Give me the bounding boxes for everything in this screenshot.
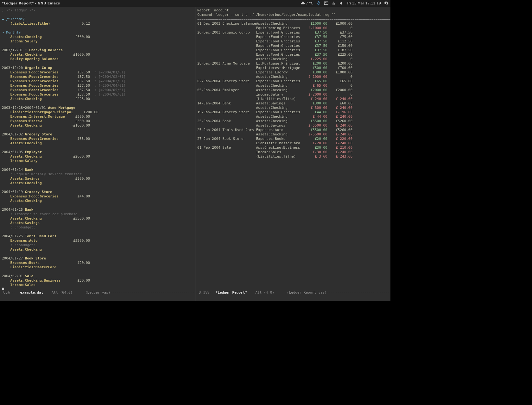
ledger-line[interactable]: Assets:Checking [2,199,193,203]
report-line: 25-Jan-2004 Bank Assets:Checking £5500.0… [197,119,389,123]
ledger-line[interactable]: Assets:Checking -£225.00 [2,97,193,101]
ledger-line[interactable] [2,270,193,274]
ledger-line[interactable]: 2003/12/01 * Checking balance [2,48,193,53]
ledger-line[interactable]: ~ Monthly [2,30,193,35]
ledger-line[interactable]: Assets:Savings [2,221,193,225]
ledger-line[interactable]: Assets:Checking:Business £30.00 [2,278,193,283]
ledger-line[interactable]: 2004/01/27 Book Store [2,256,193,261]
desktop-top-panel: *Ledger Report* - GNU Emacs 7 °C Fri 15 … [0,0,390,7]
minibuffer[interactable] [0,295,195,301]
clock[interactable]: Fri 15 Mar 17:11:19 [347,1,381,6]
ledger-report-buffer[interactable]: Report: accountCommand: ledger --sort d … [195,7,390,160]
ledger-line[interactable]: Assets:Checking [2,247,193,252]
ledger-line[interactable]: ; Transfer to cover car purchase [2,212,193,216]
ledger-line[interactable] [2,185,193,190]
minibuffer-right [195,295,390,301]
ledger-line[interactable]: Expenses:Food:Groceries £37.50 ; [=2004/… [2,92,193,97]
ledger-line[interactable]: 2004/01/25 Bank [2,208,193,212]
ledger-line[interactable]: 2004/01/14 Bank [2,168,193,172]
report-line: Expenses:Escrow £300.00 £1000.00 [197,70,389,75]
refresh-icon[interactable] [316,1,321,5]
ledger-line[interactable]: Equity:Opening Balances [2,57,193,61]
ledger-line[interactable]: Income:Sales [2,283,193,287]
report-line: 19-Jan-2004 Grocery Store Expens:Food:Gr… [197,110,389,115]
ledger-line[interactable]: Expenses:Food:Groceries £37.50 ; [=2004/… [2,70,193,75]
ledger-line[interactable]: Assets:Checking £2000.00 [2,154,193,159]
report-line: Expens:Food:Groceries £37.50 £112.50 [197,39,389,44]
weather-indicator[interactable]: 7 °C [301,1,314,6]
ledger-line[interactable]: Expenses:Food:Groceries £37.50 ; [=2004/… [2,84,193,88]
ledger-line[interactable]: Assets:Checking £500.00 [2,35,193,39]
settings-gear-icon[interactable] [384,1,389,5]
report-line: Expens:Food:Groceries £37.50 £150.00 [197,44,389,48]
ledger-line[interactable] [2,252,193,256]
ledger-line[interactable]: (Liabilities:Tithe) 0.12 [2,22,193,26]
ledger-line[interactable] [2,146,193,150]
ledger-line[interactable] [2,13,193,17]
ledger-line[interactable]: Assets:Checking [2,141,193,146]
ledger-line[interactable]: Expenses:Food:Groceries £65.00 [2,137,193,141]
report-line: Assets:Checking £-44.00 £-240.00 [197,115,389,119]
report-line: Assets:Checking £-225.00 0 [197,57,389,61]
report-line: Income:Salary £-2000.00 0 [197,92,389,97]
ledger-line[interactable]: ; :nobudget: [2,243,193,247]
report-line: Assets:Checking £-1000.00 0 [197,75,389,79]
ledger-line[interactable] [2,163,193,168]
ledger-line[interactable]: Expenses:Food:Groceries £44.00 [2,194,193,199]
right-pane[interactable]: Report: accountCommand: ledger --sort d … [195,7,390,301]
ledger-line[interactable]: Income:Salary [2,159,193,163]
ledger-line[interactable]: Assets:Checking £5500.00 [2,216,193,221]
report-line: 27-Jan-2004 Book Store Expenses:Books £2… [197,137,389,141]
report-line: Assets:Checking £-65.00 0 [197,84,389,88]
network-icon[interactable] [332,1,336,5]
ledger-line[interactable] [2,44,193,48]
ledger-line[interactable]: Expenses:Food:Groceries £37.50 ; [=2004/… [2,88,193,92]
ledger-line[interactable]: Assets:Savings £300.00 [2,177,193,181]
ledger-line[interactable]: 2004/01/25 Tom's Used Cars [2,234,193,239]
ledger-line[interactable]: Liabilities:Mortgage:Principal £200.00 [2,110,193,115]
ledger-line[interactable]: ; Regular monthly savings transfer [2,172,193,177]
ledger-line[interactable] [2,230,193,234]
report-line: Liabilitie:MasterCard £-20.00 £-240.00 [197,141,389,146]
ledger-line[interactable] [2,101,193,106]
ledger-line[interactable] [2,26,193,30]
right-modeline[interactable]: -U:@%%- *Ledger Report* All (4,0) (Ledge… [195,290,390,295]
ledger-line[interactable]: 2003/12/28=2004/01/01 Acme Mortgage [2,106,193,110]
report-line: Command: ledger --sort d -f /home/borbus… [197,13,389,17]
ledger-source-buffer[interactable]: ; -*- ledger -*- = /^Income/ (Liabilitie… [0,7,195,293]
report-line: 28-Dec-2003 Acme Mortgage Li:Mortgage:Pr… [197,61,389,66]
left-pane[interactable]: ; -*- ledger -*- = /^Income/ (Liabilitie… [0,7,195,301]
ledger-line[interactable]: Liabilities:MasterCard [2,265,193,270]
ledger-line[interactable]: ; -*- ledger -*- [2,8,193,13]
ledger-line[interactable] [2,61,193,66]
ledger-line[interactable]: 2004/01/19 Grocery Store [2,190,193,194]
report-line: Report: account [197,8,389,13]
report-line: Exp:Interest:Mortgage £500.00 £700.00 [197,66,389,70]
report-line: 02-Jan-2004 Grocery Store Expens:Food:Gr… [197,79,389,84]
ledger-line[interactable]: Expenses:Books £20.00 [2,261,193,265]
ledger-line[interactable]: Expenses:Food:Groceries £37.50 ; [=2004/… [2,75,193,79]
ledger-line[interactable]: = /^Income/ [2,17,193,22]
ledger-line[interactable]: Expenses:Escrow £300.00 [2,119,193,123]
mail-icon[interactable] [324,1,328,5]
ledger-line[interactable]: 2003/12/20 Organic Co-op [2,66,193,70]
ledger-line[interactable]: Income:Salary [2,39,193,44]
ledger-line[interactable]: Expenses:Auto £5500.00 [2,239,193,243]
ledger-line[interactable]: Expenses:Interest:Mortgage £500.00 [2,115,193,119]
ledger-line[interactable]: 2004/02/01 Sale [2,274,193,278]
ledger-line[interactable]: Expenses:Food:Groceries £37.50 ; [=2004/… [2,79,193,84]
ledger-line[interactable]: Assets:Checking £1000.00 [2,53,193,57]
left-modeline[interactable]: -U:@--- example.dat All (64,0) (Ledger y… [0,290,195,295]
report-line: 20-Dec-2003 Organic Co-op Expens:Food:Gr… [197,30,389,35]
ledger-line[interactable] [2,128,193,132]
ledger-line[interactable]: ; :nobudget: [2,225,193,230]
ledger-line[interactable]: Assets:Checking -£1000.00 [2,123,193,128]
report-line: Expens:Food:Groceries £37.50 £187.50 [197,48,389,53]
report-line: ========================================… [197,17,389,22]
ledger-line[interactable] [2,203,193,208]
ledger-line[interactable]: 2004/01/02 Grocery Store [2,132,193,137]
volume-icon[interactable] [339,1,344,5]
report-line: Expens:Food:Groceries £37.50 £225.00 [197,53,389,57]
ledger-line[interactable]: 2004/01/05 Employer [2,150,193,154]
ledger-line[interactable]: Assets:Checking [2,181,193,185]
